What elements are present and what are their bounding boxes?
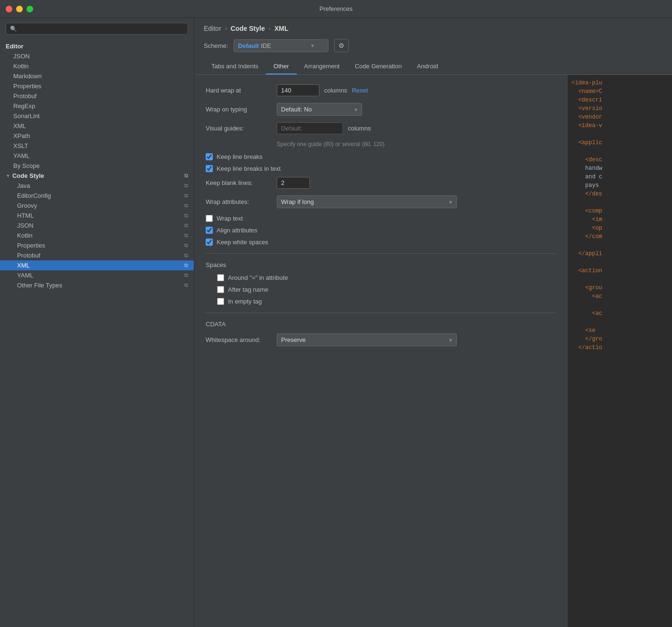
scheme-dropdown-arrow: ▼ <box>310 43 315 48</box>
sidebar-item-protobuf[interactable]: Protobuf <box>0 91 194 101</box>
visual-guides-row: Visual guides: columns <box>206 122 556 134</box>
tabs-row: Tabs and Indents Other Arrangement Code … <box>194 59 672 75</box>
sidebar-item-xpath[interactable]: XPath <box>0 131 194 141</box>
tab-android[interactable]: Android <box>409 59 446 74</box>
preview-line-14: <im <box>572 215 668 224</box>
minimize-button[interactable] <box>16 6 23 12</box>
sidebar-item-html[interactable]: HTML ⧉ <box>0 211 194 221</box>
preview-line-9: handw <box>572 164 668 173</box>
whitespace-around-select[interactable]: Preserve None Spaces Newlines <box>277 333 457 346</box>
keep-blank-lines-label: Keep blank lines: <box>206 179 272 186</box>
maximize-button[interactable] <box>27 6 33 12</box>
sidebar-item-by-scope[interactable]: By Scope <box>0 161 194 171</box>
sidebar-item-other-file-types[interactable]: Other File Types ⧉ <box>0 280 194 290</box>
tab-arrangement[interactable]: Arrangement <box>297 59 347 74</box>
scheme-default-text: Default <box>238 42 259 49</box>
preview-line-15: <op <box>572 224 668 232</box>
sidebar-item-protobuf-cs[interactable]: Protobuf ⧉ <box>0 250 194 260</box>
tab-code-generation[interactable]: Code Generation <box>347 59 409 74</box>
preview-line-5: <vendor <box>572 113 668 121</box>
tab-other[interactable]: Other <box>266 59 297 74</box>
sidebar-item-json-cs[interactable]: JSON ⧉ <box>0 221 194 231</box>
sidebar-item-xml-top[interactable]: XML <box>0 121 194 131</box>
breadcrumb-arrow2: › <box>269 25 271 32</box>
align-attributes-label: Align attributes <box>217 227 257 234</box>
wrap-attributes-label: Wrap attributes: <box>206 198 272 205</box>
preview-line-blank3 <box>572 198 668 207</box>
sidebar-item-properties[interactable]: Properties <box>0 81 194 91</box>
preview-panel: <idea-plu <name>C <descri <versio <vendo… <box>568 75 672 627</box>
sidebar-item-regexp[interactable]: RegExp <box>0 101 194 111</box>
cdata-title: CDATA <box>206 321 556 328</box>
window-title: Preferences <box>319 5 353 12</box>
sidebar-item-markdown[interactable]: Markdown <box>0 71 194 81</box>
around-eq-row: Around "=" in attribute <box>217 274 556 281</box>
sidebar-item-kotlin-cs[interactable]: Kotlin ⧉ <box>0 231 194 240</box>
copy-icon-json-cs: ⧉ <box>184 222 188 229</box>
code-style-label: Code Style <box>12 172 44 179</box>
keep-blank-lines-input[interactable] <box>277 177 310 189</box>
keep-line-breaks-checkbox[interactable] <box>206 153 213 160</box>
scheme-label: Scheme: <box>204 42 228 49</box>
hard-wrap-columns: columns <box>324 87 347 94</box>
breadcrumb-arrow1: › <box>225 25 227 32</box>
preview-line-12: </des <box>572 190 668 198</box>
around-eq-label: Around "=" in attribute <box>228 274 288 281</box>
sidebar-item-groovy[interactable]: Groovy ⧉ <box>0 201 194 211</box>
wrap-attributes-select[interactable]: Do not wrap Wrap if long Chop down if lo… <box>277 195 457 208</box>
preview-line-23: </gro <box>572 335 668 343</box>
sidebar-item-yaml-top[interactable]: YAML <box>0 151 194 161</box>
sidebar-item-yaml-cs[interactable]: YAML ⧉ <box>0 270 194 280</box>
sidebar-item-xml-active[interactable]: XML ⧉ <box>0 260 194 270</box>
preview-line-blank5 <box>572 258 668 267</box>
wrap-on-typing-select[interactable]: Default: No Yes No <box>277 103 362 116</box>
tab-tabs-indents[interactable]: Tabs and Indents <box>204 59 266 74</box>
sidebar-editor-label: Editor <box>6 43 24 50</box>
window-controls <box>6 6 33 12</box>
in-empty-tag-checkbox[interactable] <box>217 298 224 305</box>
keep-white-spaces-row: Keep white spaces <box>206 239 556 246</box>
whitespace-around-row: Whitespace around: Preserve None Spaces … <box>206 333 556 346</box>
copy-icon-protobuf-cs: ⧉ <box>184 252 188 258</box>
scheme-selector[interactable]: Default IDE ▼ <box>234 39 328 52</box>
after-tag-checkbox[interactable] <box>217 286 224 293</box>
reset-link[interactable]: Reset <box>352 87 368 94</box>
copy-icon-editorconfig: ⧉ <box>184 193 188 199</box>
preview-line-21: <ac <box>572 309 668 318</box>
keep-line-breaks-text-label: Keep line breaks in text <box>217 165 281 172</box>
settings-panel: Hard wrap at columns Reset Wrap on typin… <box>194 75 568 627</box>
gear-button[interactable]: ⚙ <box>334 39 349 52</box>
sidebar-item-sonarlint[interactable]: SonarLint <box>0 111 194 121</box>
visual-guides-input[interactable] <box>277 122 343 134</box>
keep-line-breaks-text-row: Keep line breaks in text <box>206 165 556 172</box>
preview-line-blank6 <box>572 275 668 284</box>
sidebar-item-kotlin[interactable]: Kotlin <box>0 61 194 71</box>
close-button[interactable] <box>6 6 12 12</box>
align-attributes-checkbox[interactable] <box>206 227 213 234</box>
wrap-text-checkbox[interactable] <box>206 215 213 222</box>
sidebar-item-java[interactable]: Java ⧉ <box>0 181 194 191</box>
sidebar-item-properties-cs[interactable]: Properties ⧉ <box>0 240 194 250</box>
search-bar[interactable]: 🔍 <box>6 23 188 35</box>
keep-line-breaks-text-checkbox[interactable] <box>206 165 213 172</box>
hard-wrap-input[interactable] <box>277 84 319 96</box>
wrap-on-typing-row: Wrap on typing Default: No Yes No <box>206 103 556 116</box>
sidebar-item-editorconfig[interactable]: EditorConfig ⧉ <box>0 191 194 201</box>
copy-icon-groovy: ⧉ <box>184 203 188 209</box>
keep-white-spaces-checkbox[interactable] <box>206 239 213 246</box>
preview-line-19: <grou <box>572 284 668 292</box>
sidebar-item-xslt[interactable]: XSLT <box>0 141 194 151</box>
preview-line-10: and c <box>572 173 668 181</box>
wrap-attributes-select-wrapper: Do not wrap Wrap if long Chop down if lo… <box>277 195 457 208</box>
sidebar-item-code-style[interactable]: ▼ Code Style ⧉ <box>0 171 194 181</box>
scheme-row: Scheme: Default IDE ▼ ⚙ <box>194 36 672 59</box>
titlebar: Preferences <box>0 0 672 18</box>
preview-line-blank1 <box>572 130 668 138</box>
sidebar-item-json[interactable]: JSON <box>0 51 194 61</box>
spaces-title: Spaces <box>206 261 556 268</box>
search-input[interactable] <box>20 25 184 32</box>
wrap-on-typing-label: Wrap on typing <box>206 106 272 113</box>
around-eq-checkbox[interactable] <box>217 274 224 281</box>
preview-line-16: </com <box>572 232 668 241</box>
visual-guides-columns: columns <box>348 125 371 132</box>
